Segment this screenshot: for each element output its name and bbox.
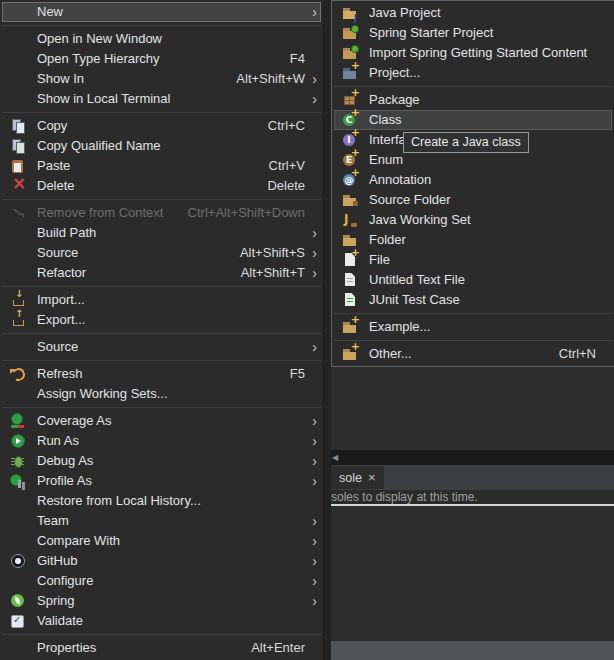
menu-item-show-in[interactable]: Show InAlt+Shift+W› [2,69,321,89]
menu-item-source[interactable]: SourceAlt+Shift+S› [2,243,321,263]
menu-item-package[interactable]: Package [334,90,612,110]
menu-item-source-folder[interactable]: Source Folder [334,190,612,210]
menu-item-open-type-hierarchy[interactable]: Open Type HierarchyF4 [2,49,321,69]
menu-item-folder[interactable]: Folder [334,230,612,250]
menu-item-source[interactable]: Source› [2,337,321,357]
menu-item-example[interactable]: Example... [334,317,612,337]
menu-item-label: Open in New Window [37,29,305,49]
menu-item-export[interactable]: Export... [2,310,321,330]
menu-item-spring-starter-project[interactable]: Spring Starter Project [334,23,612,43]
menu-item-file[interactable]: File [334,250,612,270]
menu-item-shortcut: F5 [290,364,305,384]
menu-item-label: Refresh [37,364,272,384]
delete-icon [10,178,26,194]
menu-item-label: Paste [37,156,251,176]
menu-item-junit-test-case[interactable]: JUnit Test Case [334,290,612,310]
menu-item-label: Source [37,243,222,263]
github-icon [10,553,26,569]
menu-item-run-as[interactable]: Run As› [2,431,321,451]
menu-item-copy[interactable]: CopyCtrl+C [2,116,321,136]
icon-spacer [10,493,26,509]
menu-item-project[interactable]: Project... [334,63,612,83]
icon-spacer [10,51,26,67]
menu-item-annotation[interactable]: Annotation [334,170,612,190]
file-icon [342,252,358,268]
menu-item-label: Run As [37,431,305,451]
menu-item-import[interactable]: Import... [2,290,321,310]
menu-item-label: Validate [37,611,305,631]
menu-item-profile-as[interactable]: Profile As› [2,471,321,491]
menu-item-debug-as[interactable]: Debug As› [2,451,321,471]
menu-item-java-working-set[interactable]: Java Working Set [334,210,612,230]
submenu-arrow-icon: › [305,431,317,451]
menu-separator [334,86,612,87]
menu-item-label: Profile As [37,471,305,491]
menu-item-label: Java Project [369,3,596,23]
menu-item-validate[interactable]: Validate [2,611,321,631]
console-body [331,506,614,641]
menu-item-label: Java Working Set [369,210,596,230]
menu-item-other[interactable]: Other...Ctrl+N [334,344,612,364]
menu-item-configure[interactable]: Configure› [2,571,321,591]
menu-item-enum[interactable]: Enum [334,150,612,170]
menu-item-open-in-new-window[interactable]: Open in New Window [2,29,321,49]
submenu-arrow-icon: › [305,591,317,611]
menu-item-label: Restore from Local History... [37,491,305,511]
submenu-arrow-icon: › [305,411,317,431]
menu-item-spring[interactable]: Spring› [2,591,321,611]
menu-item-team[interactable]: Team› [2,511,321,531]
menu-separator [2,25,321,26]
icon-spacer [10,225,26,241]
remove-context-icon [10,205,26,221]
console-status-message: soles to display at this time. [331,490,614,506]
console-tab[interactable]: sole × [331,466,384,489]
menu-item-shortcut: F4 [290,49,305,69]
menu-item-show-in-local-terminal[interactable]: Show in Local Terminal› [2,89,321,109]
submenu-arrow-icon: › [305,243,317,263]
menu-item-restore-from-local-history[interactable]: Restore from Local History... [2,491,321,511]
menu-item-import-spring-getting-started-content[interactable]: Import Spring Getting Started Content [334,43,612,63]
menu-item-java-project[interactable]: Java Project [334,3,612,23]
menu-item-delete[interactable]: DeleteDelete [2,176,321,196]
icon-spacer [10,533,26,549]
source-folder-icon [342,192,358,208]
menu-item-shortcut: Alt+Shift+T [241,263,305,283]
import-icon [10,292,26,308]
menu-item-paste[interactable]: PasteCtrl+V [2,156,321,176]
menu-item-compare-with[interactable]: Compare With› [2,531,321,551]
menu-item-label: Class [369,110,596,130]
menu-item-label: Other... [369,344,541,364]
icon-spacer [10,245,26,261]
menu-item-label: Configure [37,571,305,591]
menu-item-shortcut: Alt+Shift+S [240,243,305,263]
menu-item-properties[interactable]: PropertiesAlt+Enter [2,638,321,658]
collapse-left-arrow-icon[interactable]: ◀ [332,454,338,462]
debug-icon [10,453,26,469]
menu-item-untitled-text-file[interactable]: Untitled Text File [334,270,612,290]
menu-item-new[interactable]: New› [2,2,321,22]
menu-item-assign-working-sets[interactable]: Assign Working Sets... [2,384,321,404]
menu-separator [334,340,612,341]
java-project-icon [342,5,358,21]
menu-item-refactor[interactable]: RefactorAlt+Shift+T› [2,263,321,283]
menu-item-build-path[interactable]: Build Path› [2,223,321,243]
menu-item-coverage-as[interactable]: Coverage As› [2,411,321,431]
menu-item-label: Spring Starter Project [369,23,596,43]
close-icon[interactable]: × [368,471,376,484]
menu-item-copy-qualified-name[interactable]: Copy Qualified Name [2,136,321,156]
menu-item-label: File [369,250,596,270]
menu-item-label: Import... [37,290,305,310]
example-icon [342,319,358,335]
menu-item-remove-from-context[interactable]: Remove from ContextCtrl+Alt+Shift+Down [2,203,321,223]
menu-shadow-gap [324,0,331,660]
menu-item-refresh[interactable]: RefreshF5 [2,364,321,384]
profile-icon [10,473,26,489]
menu-item-github[interactable]: GitHub› [2,551,321,571]
menu-item-label: Refactor [37,263,223,283]
menu-separator [2,286,321,287]
copy-icon [10,118,26,134]
menu-item-shortcut: Alt+Enter [251,638,305,658]
menu-separator [2,360,321,361]
menu-item-class[interactable]: Class [334,110,612,130]
menu-item-label: Delete [37,176,249,196]
